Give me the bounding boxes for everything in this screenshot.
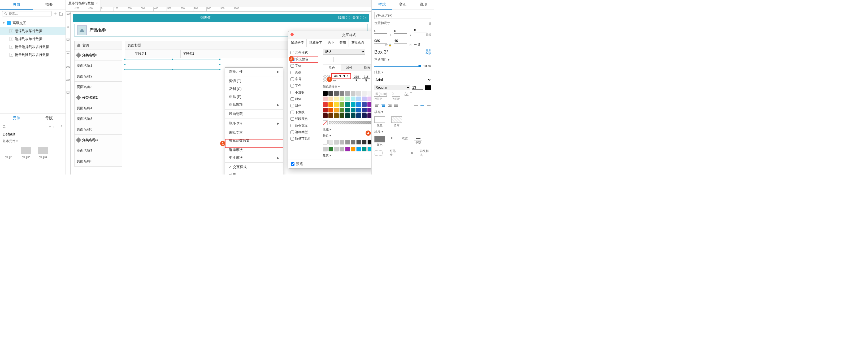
chk-size[interactable]: 字号 <box>290 76 318 83</box>
shape-rect2[interactable]: 矩形2 <box>21 147 31 159</box>
ix-tab-disabled[interactable]: 禁用 <box>337 39 349 47</box>
chk-typeface[interactable]: 类型 <box>290 69 318 76</box>
ctx-paste-opts[interactable]: 粘贴选项▶ <box>225 101 283 109</box>
recent-swatches[interactable] <box>323 140 371 145</box>
chk-underline[interactable]: 下划线 <box>290 109 318 116</box>
lib-menu-icon[interactable]: ⋮ <box>60 125 63 129</box>
add-lib-icon[interactable]: + <box>49 124 51 129</box>
color-tab-radial[interactable]: 径向 <box>358 64 371 71</box>
chk-bold[interactable]: 粗体 <box>290 96 318 102</box>
align-left-icon[interactable] <box>374 103 380 108</box>
recent-swatch[interactable] <box>340 147 344 152</box>
add-folder-icon[interactable] <box>59 11 63 16</box>
swatch[interactable] <box>334 91 339 96</box>
swatch[interactable] <box>351 91 355 96</box>
canvas[interactable]: 列表值 隔离⛶ 关闭⛶ × 产品名称 首页 分类名称1 页面名称1 页面名称2 … <box>70 12 371 174</box>
text-case-icon[interactable]: Aa <box>405 92 408 101</box>
line-spacing-input[interactable]: 15 (auto) <box>374 92 387 97</box>
tab-pages[interactable]: 页面 <box>0 0 33 9</box>
outline-page[interactable]: 页面名称1 <box>74 60 122 71</box>
tree-page-1[interactable]: ≡选择列表单行数据 <box>0 35 65 43</box>
tab-outline[interactable]: 概要 <box>33 0 66 9</box>
arrow-style-icon[interactable] <box>405 150 413 156</box>
ctx-select-shape[interactable]: 选择形状 <box>225 146 283 154</box>
search-icon[interactable] <box>2 125 6 129</box>
lib-folder-icon[interactable] <box>53 125 58 129</box>
swatch[interactable] <box>329 102 333 107</box>
line-color-swatch[interactable] <box>374 136 385 142</box>
recent-swatch[interactable] <box>329 147 333 152</box>
outline-cat[interactable]: 分类名称3 <box>74 135 122 145</box>
swatch[interactable] <box>362 113 367 118</box>
ix-tab-down[interactable]: 鼠标按下 <box>307 39 325 47</box>
add-page-icon[interactable] <box>53 11 58 16</box>
swatch[interactable] <box>356 108 361 113</box>
align-justify-icon[interactable] <box>394 103 399 108</box>
swatch[interactable] <box>362 102 367 107</box>
recent-swatch[interactable] <box>356 147 361 152</box>
recent-swatch[interactable] <box>323 140 328 145</box>
shape-rect1[interactable]: 矩形1 <box>4 147 14 159</box>
tree-page-0[interactable]: ≡悬停列表某行数据 <box>0 27 65 35</box>
outline-page[interactable]: 页面名称2 <box>74 71 122 82</box>
color-tab-solid[interactable]: 单色 <box>323 64 341 71</box>
recent-swatch[interactable] <box>351 147 355 152</box>
tab-masters[interactable]: 母版 <box>33 114 66 123</box>
ctx-lorem[interactable]: 填充乱数假文 <box>225 136 283 145</box>
widget-name-input[interactable] <box>374 12 431 19</box>
swatch[interactable] <box>329 97 333 101</box>
line-label[interactable]: 线段 ▾ <box>374 129 383 134</box>
isolate-button[interactable]: 隔离⛶ <box>338 15 350 20</box>
no-fill-icon[interactable] <box>323 120 328 125</box>
shape-rect3[interactable]: 矩形3 <box>38 147 48 159</box>
opacity-slider[interactable]: 100% <box>374 64 431 68</box>
swatch[interactable] <box>345 97 350 101</box>
swatch[interactable] <box>340 102 344 107</box>
recent-swatch[interactable] <box>323 147 328 152</box>
r-value[interactable]: 215 <box>352 75 361 79</box>
ctx-paste[interactable]: 粘贴 (P) <box>225 93 283 101</box>
ctx-set-hidden[interactable]: 设为隐藏 <box>225 110 283 118</box>
swatch[interactable] <box>362 91 367 96</box>
expand-icon[interactable]: ▼ <box>3 22 5 24</box>
recent-label[interactable]: 最近 ▾ <box>323 134 371 138</box>
swatch[interactable] <box>367 113 371 118</box>
swatch[interactable] <box>329 91 333 96</box>
ctx-copy[interactable]: 复制 (C) <box>225 85 283 93</box>
ctx-edit-text[interactable]: 编辑文本 <box>225 129 283 136</box>
swatch[interactable] <box>340 91 344 96</box>
swatch[interactable] <box>367 91 371 96</box>
g-value[interactable]: 215 <box>362 75 370 79</box>
swatch[interactable] <box>340 97 344 101</box>
chk-italic[interactable]: 斜体 <box>290 102 318 109</box>
valign-middle-icon[interactable] <box>420 103 425 108</box>
flip-h-icon[interactable]: ⇋ <box>414 43 417 46</box>
outline-page[interactable]: 页面名称6 <box>74 124 122 135</box>
outline-page[interactable]: 页面名称8 <box>74 156 122 166</box>
color-palette[interactable] <box>323 91 371 118</box>
valign-bottom-icon[interactable] <box>426 103 431 108</box>
chk-font[interactable]: 字体 <box>290 63 318 69</box>
typo-label[interactable]: 排版 ▾ <box>374 70 383 74</box>
search-input[interactable] <box>9 12 50 15</box>
swatch[interactable] <box>340 113 344 118</box>
swatch[interactable] <box>367 97 371 101</box>
w-input[interactable] <box>374 38 387 43</box>
chk-color[interactable]: 字色 <box>290 83 318 89</box>
align-right-icon[interactable] <box>387 103 392 108</box>
recent-swatches-2[interactable] <box>323 147 371 152</box>
ctx-disable[interactable]: 禁用 <box>225 171 283 174</box>
outline-cat[interactable]: 分类名称2 <box>74 92 122 103</box>
chk-widget-style[interactable]: 元件样式 <box>290 49 318 56</box>
outline-page[interactable]: 页面名称5 <box>74 114 122 124</box>
swatch[interactable] <box>367 108 371 113</box>
outline-page[interactable]: 页面名称3 <box>74 82 122 92</box>
h-input[interactable] <box>394 38 407 43</box>
valign-top-icon[interactable] <box>413 103 418 108</box>
border-visibility-icon[interactable] <box>374 150 383 156</box>
swatch[interactable] <box>356 113 361 118</box>
rot-input[interactable] <box>414 28 427 33</box>
chk-fill[interactable]: 填充颜色 <box>290 56 318 63</box>
swatch[interactable] <box>340 108 344 113</box>
tab-notes[interactable]: 说明 <box>413 0 434 9</box>
